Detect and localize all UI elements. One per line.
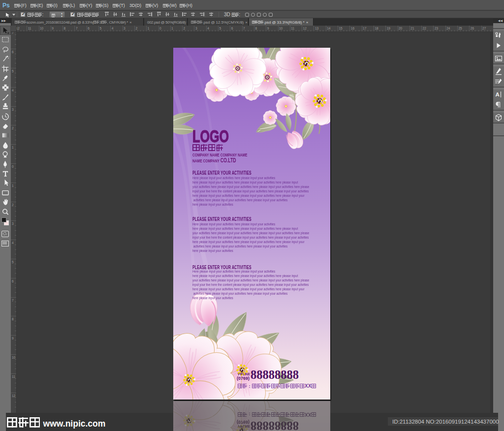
svg-text:A: A xyxy=(496,92,500,97)
